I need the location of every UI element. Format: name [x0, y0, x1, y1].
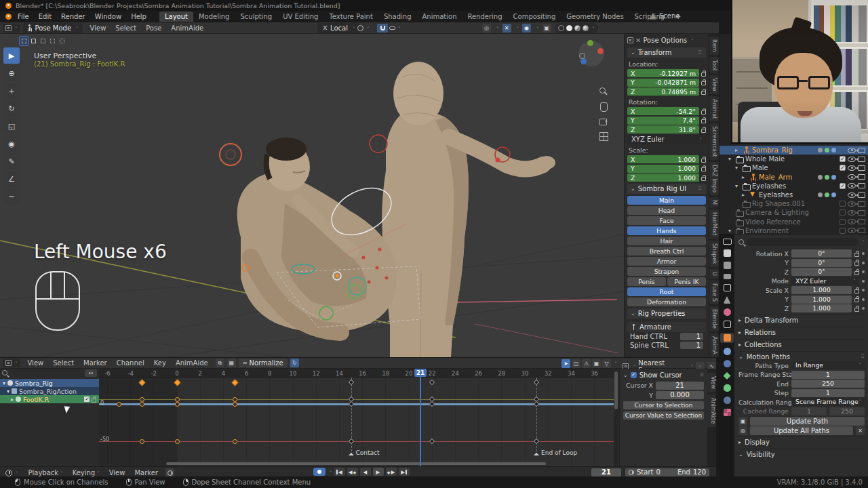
workspace-tab[interactable]: Compositing [508, 12, 561, 22]
show-overlays-toggle[interactable]: ◉ [522, 24, 531, 33]
only-errors-icon[interactable]: ⚠ [582, 359, 591, 368]
copy-keyframes-icon[interactable]: ⧉ [216, 359, 224, 367]
outliner-row[interactable]: Male_Arm [719, 173, 868, 182]
lock-icon[interactable] [854, 289, 859, 293]
axis-x-dot[interactable] [597, 48, 604, 54]
dope-menu[interactable]: Select [48, 358, 79, 368]
select-new-button[interactable] [20, 37, 28, 45]
lock-icon[interactable] [854, 253, 859, 257]
rig-layer-button[interactable]: Face [627, 216, 706, 225]
motion-path-field[interactable]: 1 [791, 371, 865, 379]
calculation-range-dropdown[interactable]: Scene Frame Range [791, 398, 865, 406]
rig-layer-button[interactable]: Hair [627, 237, 706, 245]
update-path-button[interactable]: Update Path [750, 417, 865, 426]
rig-layer-button[interactable]: Strapon [627, 267, 706, 276]
rotation-field[interactable]: Z31.8° [627, 125, 699, 134]
outliner-row[interactable]: Video Reference [719, 218, 868, 226]
keyframe-area[interactable]: 0 -50 -6-4-20246810121416182022242628303… [99, 369, 614, 467]
dope-menu[interactable]: Marker [79, 358, 112, 368]
prev-keyframe-button[interactable]: ◀◆ [347, 468, 358, 476]
xray-toggle[interactable]: ▣ [542, 24, 551, 33]
transform-tool[interactable]: ◉ [3, 136, 20, 152]
hide-eye-icon[interactable] [848, 165, 856, 171]
object-data-tab-icon[interactable] [724, 372, 731, 380]
render-visibility-icon[interactable] [858, 174, 865, 180]
scene-tab-icon[interactable] [724, 296, 731, 304]
motion-path-field[interactable]: 250 [791, 380, 865, 388]
hide-eye-icon[interactable] [848, 210, 856, 216]
axis-y-dot[interactable] [587, 40, 593, 46]
lock-icon[interactable] [854, 271, 859, 275]
lock-icon[interactable] [854, 298, 859, 302]
rotation-field[interactable]: Y7.4° [627, 117, 699, 125]
disclosure-icon[interactable] [742, 174, 747, 180]
select-invert-button[interactable] [48, 37, 57, 45]
paste-keyframes-icon[interactable]: ▦ [227, 359, 236, 367]
lock-icon[interactable] [701, 73, 706, 77]
lock-icon[interactable] [854, 262, 859, 266]
sidebar-tab[interactable]: Item [709, 37, 719, 55]
zoom-icon[interactable] [599, 87, 608, 96]
sidebar-tab[interactable]: HairMod [709, 209, 719, 239]
menubar-menu[interactable]: File [13, 12, 34, 22]
collection-checkbox[interactable] [840, 209, 846, 216]
rotation-mode-dropdown[interactable]: XYZ Euler [791, 277, 859, 285]
rig-ui-panel-header[interactable]: ⌄Sombra Rig UI⠿ [627, 184, 706, 194]
rotation-mode-dropdown[interactable]: XYZ Euler [627, 135, 706, 144]
snap-toggle[interactable] [377, 24, 388, 33]
sidebar-tab[interactable]: M [709, 197, 719, 207]
scale-field[interactable]: Y1.000 [627, 165, 699, 173]
channel-lock-icon[interactable] [92, 399, 96, 403]
collection-checkbox[interactable] [840, 183, 846, 189]
show-cursor-panel-header[interactable]: ⌄✓ Show Cursor ⠿ [623, 371, 704, 380]
rig-layer-button[interactable]: Main [627, 196, 706, 205]
animate-dot[interactable] [862, 252, 865, 255]
hide-eye-icon[interactable] [848, 192, 856, 198]
material-shading-icon[interactable] [574, 25, 580, 31]
scale-tool[interactable]: ◱ [3, 118, 20, 134]
rig-layer-button[interactable]: Hands [627, 226, 706, 235]
outliner-row[interactable]: Eyelashes [719, 182, 868, 190]
prop-value-field[interactable]: 1.000 [791, 286, 852, 294]
rotate-tool[interactable]: ↻ [3, 100, 20, 117]
sidebar-tab[interactable]: Shapek [709, 241, 719, 267]
refresh-icon[interactable]: ↻ [290, 359, 299, 367]
object-tab-active[interactable] [720, 333, 734, 343]
play-button[interactable]: ▶ [373, 468, 384, 476]
channel-row[interactable]: Sombra_RigAction ✓ [0, 387, 99, 395]
collection-tab-icon[interactable] [724, 321, 731, 328]
hide-eye-icon[interactable] [848, 174, 856, 180]
sidebar-tab[interactable]: Screencast [709, 123, 719, 160]
menubar-menu[interactable]: Edit [34, 12, 56, 22]
hide-eye-icon[interactable] [848, 148, 856, 153]
location-field[interactable]: Y-0.042871 m [627, 79, 699, 87]
menubar-menu[interactable]: Render [56, 12, 90, 22]
rendered-shading-icon[interactable] [583, 25, 589, 31]
hide-eye-icon[interactable] [848, 228, 856, 233]
workspace-tab[interactable]: Shading [378, 12, 417, 22]
horizontal-scrollbar[interactable] [166, 462, 546, 465]
outliner-row[interactable]: Rig Shapes.001 [719, 199, 868, 208]
disclosure-icon[interactable] [735, 165, 741, 171]
world-tab-icon[interactable] [724, 308, 731, 316]
dope-sidebar-tab[interactable]: View [707, 373, 716, 392]
rig-layer-button[interactable]: Penis IK [667, 277, 706, 286]
channel-row[interactable]: Sombra_Rig ✓ [0, 379, 99, 387]
disclosure-icon[interactable] [735, 183, 741, 189]
dope-menu[interactable]: Channel [112, 358, 149, 368]
channel-row[interactable]: FootIK.R ✓ [0, 395, 99, 403]
normalize-toggle[interactable]: ≈Normalize [239, 359, 288, 367]
workspace-tab[interactable]: Layout [159, 12, 193, 22]
animate-dot[interactable] [862, 262, 865, 264]
render-visibility-icon[interactable] [858, 148, 865, 153]
lock-icon[interactable] [701, 177, 706, 181]
scene-selector[interactable]: Scene [650, 12, 680, 20]
expand-collapse-button[interactable]: ↔ [85, 369, 97, 377]
sidebar-tab[interactable]: DAZ Impo [709, 162, 719, 195]
visibility-toggle-dropdown[interactable]: ◎ [482, 24, 491, 33]
render-visibility-icon[interactable] [858, 210, 865, 216]
collection-checkbox[interactable] [840, 228, 846, 234]
viewport-menu[interactable]: AnimAide [166, 23, 208, 33]
next-keyframe-button[interactable]: ◆▶ [386, 468, 397, 476]
animate-dot[interactable] [862, 289, 865, 291]
